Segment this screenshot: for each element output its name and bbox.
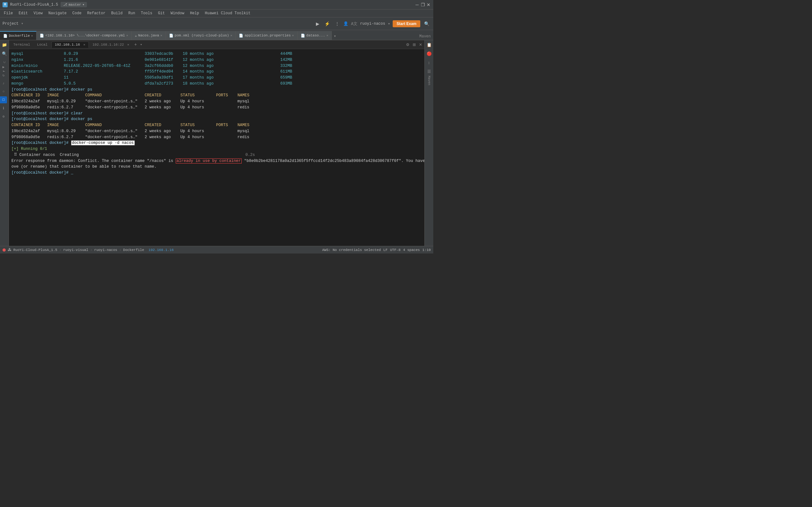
- run-button[interactable]: ▶: [315, 20, 321, 27]
- edge-tiktok-icon[interactable]: ♪: [0, 80, 7, 87]
- titlebar: R RuoYi-Cloud-PlusA_1.5 ⎇ master ▾ ─ ❐ ✕: [0, 0, 433, 9]
- term-tab-192-16-close[interactable]: ✕: [84, 43, 85, 47]
- edge-sync-icon[interactable]: ↻: [0, 72, 7, 78]
- sidebar-folder-icon[interactable]: 📁: [1, 42, 8, 49]
- menu-edit[interactable]: Edit: [16, 10, 31, 16]
- tab-dataso[interactable]: 📄 dataso... ✕: [298, 31, 332, 40]
- breadcrumb-sep-2: ›: [90, 248, 92, 252]
- status-linecol: 1:10: [422, 248, 431, 252]
- titlebar-controls: ─ ❐ ✕: [415, 3, 431, 7]
- statusbar: 🖧 RuoYi-Cloud-PlusA_1.5 › ruoyi-visual ›…: [0, 246, 433, 253]
- pom-icon: 📄: [169, 34, 173, 38]
- sidebar-search-icon[interactable]: 🔍: [1, 50, 8, 57]
- menu-navigate[interactable]: Navigate: [46, 10, 69, 16]
- application-icon: 📄: [239, 34, 243, 38]
- right-icon-4[interactable]: ☰: [426, 68, 433, 75]
- edge-gear-icon[interactable]: ⚙: [0, 113, 7, 120]
- term-tab-192-22-close[interactable]: ✕: [127, 43, 129, 47]
- tab-dockerfile-label: Dockerfile: [9, 34, 30, 38]
- term-tab-192-16[interactable]: 192.168.1.16 ✕: [51, 42, 89, 48]
- restore-button[interactable]: ❐: [420, 3, 425, 7]
- status-module1: ruoyi-visual: [63, 248, 88, 252]
- lightning-button[interactable]: ⚡: [323, 20, 331, 27]
- status-spaces: 4 spaces: [403, 248, 420, 252]
- term-tab-overflow[interactable]: ▾: [139, 43, 144, 47]
- status-error-dot: [3, 248, 6, 251]
- maven-label-tab[interactable]: Maven: [417, 33, 433, 40]
- tab-dataso-close[interactable]: ✕: [326, 34, 328, 38]
- menu-run[interactable]: Run: [125, 10, 138, 16]
- left-edge-icons: ▶ ↻ ♪ ○ □ ℹ ⚙: [0, 63, 7, 120]
- term-tab-terminal[interactable]: Terminal: [10, 42, 33, 48]
- menu-build[interactable]: Build: [108, 10, 125, 16]
- statusbar-left: 🖧 RuoYi-Cloud-PlusA_1.5 › ruoyi-visual ›…: [3, 247, 174, 252]
- menu-file[interactable]: File: [1, 10, 15, 16]
- app-name: RuoYi-Cloud-PlusA_1.5: [10, 3, 58, 7]
- tab-nacos-label: Nacos.java: [138, 34, 159, 38]
- term-add-tab[interactable]: +: [133, 42, 138, 47]
- term-split-button[interactable]: ⊞: [412, 43, 417, 47]
- edge-info-icon[interactable]: ℹ: [0, 105, 7, 112]
- edge-play-icon[interactable]: ▶: [0, 63, 7, 70]
- menu-tools[interactable]: Tools: [138, 10, 155, 16]
- start-exam-button[interactable]: Start Exam: [393, 20, 420, 27]
- tab-compose-close[interactable]: ✕: [126, 34, 128, 38]
- terminal-area: Terminal Local 192.168.1.16 ✕ 192.168.1.…: [9, 40, 424, 246]
- more-button[interactable]: ⋮: [334, 20, 341, 27]
- close-button[interactable]: ✕: [426, 3, 431, 7]
- status-file: Dockerfile: [123, 248, 144, 252]
- compose-icon: 📄: [40, 34, 44, 38]
- tab-app-close[interactable]: ✕: [292, 34, 294, 38]
- edge-circle-icon[interactable]: ○: [0, 88, 7, 95]
- term-settings-button[interactable]: ⚙: [405, 43, 410, 47]
- tab-overflow[interactable]: ▾: [332, 32, 338, 40]
- term-tab-192-22[interactable]: 192.168.1.16:22 ✕: [90, 42, 133, 48]
- branch-badge[interactable]: ⎇ master ▾: [61, 2, 87, 7]
- tab-nacos-close[interactable]: ✕: [160, 34, 162, 38]
- term-mysql-row: mysql 8.0.29 33037edcac9b 10 months ago …: [11, 52, 292, 86]
- minimize-button[interactable]: ─: [415, 3, 419, 7]
- toolbar-left: Project ▾: [3, 21, 23, 26]
- dockerfile-icon: 📄: [3, 34, 8, 38]
- menu-git[interactable]: Git: [155, 10, 167, 16]
- file-tabs: 📄 Dockerfile ✕ 📄 <192.168.1.16> \...\doc…: [0, 30, 433, 40]
- nacos-user: ruoyi-nacos: [360, 21, 385, 26]
- right-icon-maven[interactable]: Maven: [426, 77, 433, 84]
- tab-compose-label: <192.168.1.16> \...\docker-compose.yml: [45, 34, 125, 38]
- term-tab-local[interactable]: Local: [34, 42, 51, 48]
- tab-docker-compose[interactable]: 📄 <192.168.1.16> \...\docker-compose.yml…: [37, 31, 132, 40]
- project-label[interactable]: Project: [3, 21, 18, 26]
- project-chevron: ▾: [21, 21, 23, 26]
- nacos-icon: ☕: [135, 34, 137, 38]
- tab-application-label: application.properties: [245, 34, 291, 38]
- menu-help[interactable]: Help: [188, 10, 202, 16]
- right-icon-1[interactable]: 📋: [426, 42, 433, 49]
- tab-dockerfile[interactable]: 📄 Dockerfile ✕: [0, 31, 37, 40]
- right-icon-3[interactable]: ↕: [426, 59, 433, 66]
- menu-window[interactable]: Window: [168, 10, 187, 16]
- menu-huawei[interactable]: Huawei Cloud Toolkit: [202, 10, 253, 16]
- menu-code[interactable]: Code: [70, 10, 84, 16]
- creating-line: ⠿ Container nacos Creating 0.2s: [11, 153, 255, 157]
- right-icon-2[interactable]: 🔴: [426, 50, 433, 57]
- prompt-compose: [root@localhost docker]# docker-compose …: [11, 140, 135, 146]
- term-tab-controls: ⚙ ⊞ ✕: [405, 43, 423, 47]
- menu-refactor[interactable]: Refactor: [85, 10, 108, 16]
- cmd-docker-compose: docker-compose up -d nacos: [71, 140, 135, 146]
- tab-application[interactable]: 📄 application.properties ✕: [236, 31, 297, 40]
- menu-view[interactable]: View: [31, 10, 45, 16]
- progress-line: [+] Running 0/1: [11, 147, 47, 151]
- branch-name: master: [68, 3, 81, 7]
- terminal-tabs: Terminal Local 192.168.1.16 ✕ 192.168.1.…: [9, 40, 424, 49]
- terminal-content[interactable]: mysql 8.0.29 33037edcac9b 10 months ago …: [9, 49, 424, 246]
- term-close-button[interactable]: ✕: [418, 43, 423, 47]
- tab-pom-close[interactable]: ✕: [230, 34, 232, 38]
- tab-pom[interactable]: 📄 pom.xml (ruoyi-cloud-plus) ✕: [166, 31, 236, 40]
- status-aws: AWS: No credentials selected: [322, 248, 381, 252]
- ps-row-redis-1: 9f98068a0d5e redis:6.2.7 "docker-entrypo…: [11, 105, 249, 110]
- tab-nacos[interactable]: ☕ Nacos.java ✕: [132, 31, 166, 40]
- search-button[interactable]: 🔍: [423, 20, 431, 27]
- tab-dockerfile-close[interactable]: ✕: [31, 34, 33, 38]
- status-project: RuoYi-Cloud-PlusA_1.5: [13, 248, 57, 252]
- edge-blue-icon[interactable]: □: [0, 96, 7, 103]
